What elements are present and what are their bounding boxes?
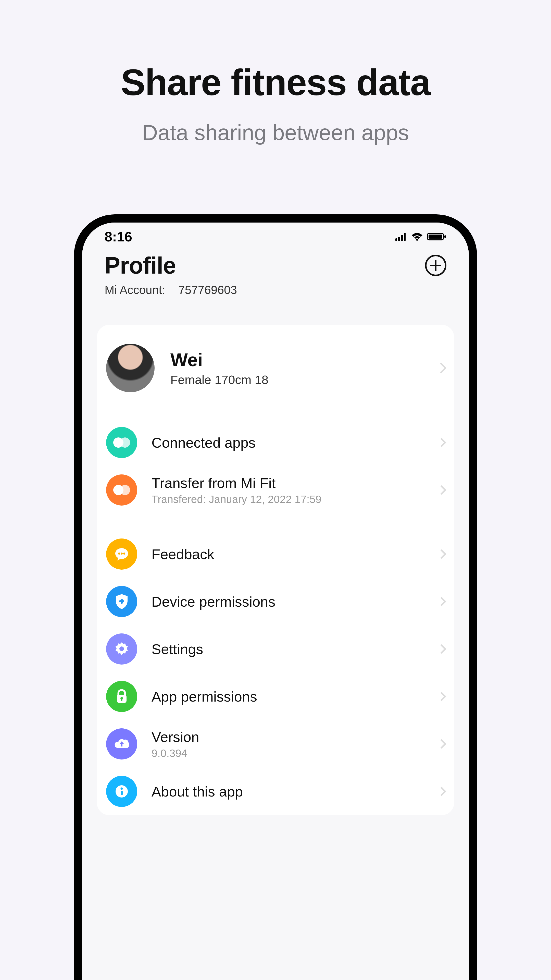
phone-frame: 8:16 [74,215,477,980]
svg-rect-3 [404,233,406,241]
svg-rect-1 [398,237,400,241]
cloud-upload-icon [106,729,137,759]
user-meta: Female 170cm 18 [170,373,437,387]
svg-point-4 [416,239,418,241]
shield-icon [106,586,137,617]
transfer-icon [106,474,137,506]
account-line: Mi Account: 757769603 [105,283,237,297]
row-label: Device permissions [151,593,434,610]
row-label: App permissions [151,688,434,705]
row-label: Version [151,729,434,745]
chevron-right-icon [437,549,446,559]
svg-point-9 [121,552,123,555]
svg-rect-6 [429,234,442,239]
row-device-permissions[interactable]: Device permissions [106,578,445,625]
row-label: About this app [151,783,434,800]
row-settings[interactable]: Settings [106,625,445,673]
wifi-icon [411,232,423,241]
row-about[interactable]: About this app [106,768,445,815]
row-transfer[interactable]: Transfer from Mi Fit Transfered: January… [106,466,445,514]
row-connected-apps[interactable]: Connected apps [106,419,445,466]
row-sub: 9.0.394 [151,747,434,759]
svg-point-10 [123,552,125,555]
avatar [106,344,155,392]
status-time: 8:16 [105,229,132,245]
row-sub: Transfered: January 12, 2022 17:59 [151,493,434,506]
gear-icon [106,633,137,665]
chevron-right-icon [437,739,446,749]
row-label: Feedback [151,546,434,563]
svg-point-18 [121,788,123,790]
svg-point-13 [119,646,124,651]
svg-rect-19 [121,791,123,795]
chevron-right-icon [437,597,446,606]
row-label: Connected apps [151,434,434,451]
row-version[interactable]: Version 9.0.394 [106,720,445,768]
promo-title: Share fitness data [0,61,551,104]
chevron-right-icon [437,644,446,654]
row-label: Transfer from Mi Fit [151,475,434,491]
promo-subtitle: Data sharing between apps [0,120,551,145]
chevron-right-icon [437,485,446,495]
status-indicators [395,232,446,241]
chevron-right-icon [437,438,446,447]
svg-rect-2 [401,235,403,241]
lock-icon [106,681,137,712]
chevron-right-icon [437,692,446,701]
svg-rect-12 [119,600,124,602]
row-app-permissions[interactable]: App permissions [106,673,445,720]
svg-rect-16 [121,698,122,701]
svg-rect-7 [445,235,446,238]
settings-card: Wei Female 170cm 18 Connected apps [97,325,454,815]
svg-point-8 [118,552,120,555]
status-bar: 8:16 [97,223,454,251]
add-button[interactable] [425,255,446,276]
connected-apps-icon [106,427,137,458]
battery-icon [427,232,446,241]
chevron-right-icon [436,363,446,373]
user-row[interactable]: Wei Female 170cm 18 [106,328,445,419]
chevron-right-icon [437,787,446,796]
row-feedback[interactable]: Feedback [106,530,445,578]
page-header: Profile Mi Account: 757769603 [97,251,454,297]
page-title: Profile [105,252,237,279]
account-id: 757769603 [178,283,237,297]
signal-icon [395,232,407,241]
info-icon [106,776,137,807]
row-label: Settings [151,641,434,657]
user-name: Wei [170,349,437,370]
account-label: Mi Account: [105,283,165,297]
svg-rect-0 [395,239,397,241]
screen: 8:16 [82,223,469,980]
feedback-icon [106,538,137,570]
